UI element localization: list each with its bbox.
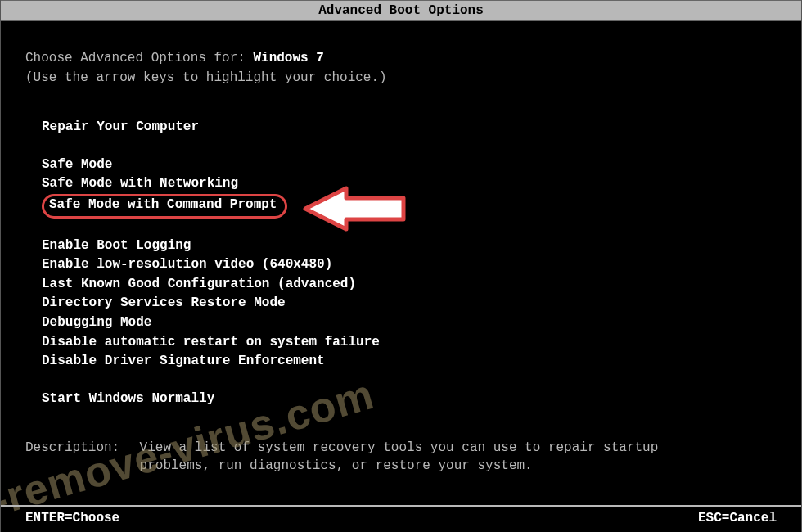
header-instruction: (Use the arrow keys to highlight your ch…	[25, 70, 801, 88]
menu-item-boot-logging[interactable]: Enable Boot Logging	[42, 237, 801, 256]
menu-spacer	[42, 138, 801, 156]
menu-item-low-res[interactable]: Enable low-resolution video (640x480)	[42, 255, 801, 275]
menu-item-safe-mode[interactable]: Safe Mode	[42, 156, 801, 175]
menu-item-safe-mode-cmd[interactable]: Safe Mode with Command Prompt	[49, 196, 277, 213]
menu-item-last-known-good[interactable]: Last Known Good Configuration (advanced)	[42, 275, 801, 295]
header-line: Choose Advanced Options for: Windows 7	[25, 50, 801, 68]
boot-menu[interactable]: Repair Your Computer Safe Mode Safe Mode…	[42, 118, 801, 408]
os-name: Windows 7	[253, 51, 323, 65]
content-area: Choose Advanced Options for: Windows 7 (…	[1, 21, 801, 476]
menu-item-safe-mode-cmd-wrap[interactable]: Safe Mode with Command Prompt	[42, 194, 801, 219]
menu-spacer	[42, 372, 801, 390]
description-label: Description:	[25, 440, 132, 458]
annotation-highlight-border: Safe Mode with Command Prompt	[42, 194, 287, 219]
description-text: View a list of system recovery tools you…	[140, 440, 713, 475]
window-title: Advanced Boot Options	[318, 3, 484, 18]
menu-item-debug[interactable]: Debugging Mode	[42, 313, 801, 333]
title-bar: Advanced Boot Options	[1, 0, 801, 21]
footer-bar: ENTER=Choose ESC=Cancel	[1, 505, 801, 532]
menu-item-safe-mode-networking[interactable]: Safe Mode with Networking	[42, 174, 801, 194]
menu-item-start-normally[interactable]: Start Windows Normally	[42, 390, 801, 409]
menu-item-ds-restore[interactable]: Directory Services Restore Mode	[42, 294, 801, 313]
description-block: Description: View a list of system recov…	[25, 440, 801, 475]
menu-item-disable-restart[interactable]: Disable automatic restart on system fail…	[42, 333, 801, 353]
footer-enter-hint: ENTER=Choose	[25, 511, 119, 525]
menu-spacer	[42, 219, 801, 237]
menu-item-disable-sig[interactable]: Disable Driver Signature Enforcement	[42, 352, 801, 372]
footer-esc-hint: ESC=Cancel	[698, 511, 777, 525]
header-prefix: Choose Advanced Options for:	[25, 51, 253, 65]
menu-item-repair[interactable]: Repair Your Computer	[42, 118, 801, 138]
